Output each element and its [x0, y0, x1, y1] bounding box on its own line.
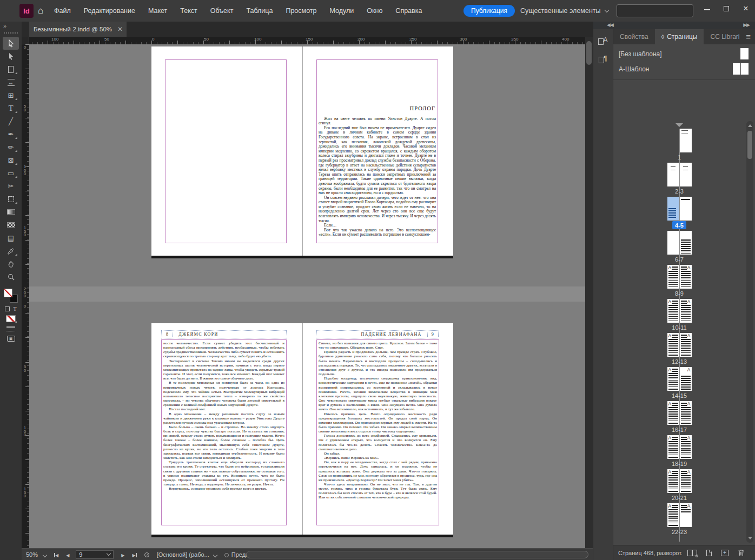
- spread-item-2-3[interactable]: 2-3: [667, 163, 692, 195]
- formatting-text-icon[interactable]: T: [13, 306, 16, 312]
- master-a-row[interactable]: А-Шаблон: [613, 62, 755, 76]
- home-icon[interactable]: ⌂: [38, 5, 43, 17]
- frame-tool-icon[interactable]: ⊠: [3, 154, 19, 166]
- page-thumbnail[interactable]: [680, 163, 692, 186]
- page-thumbnail[interactable]: [667, 435, 679, 459]
- toolbar-header[interactable]: »: [0, 22, 22, 37]
- spread-view-eye-icon[interactable]: [687, 550, 697, 556]
- page-thumbnail[interactable]: [680, 401, 692, 425]
- fill-stroke-swatches[interactable]: [4, 289, 18, 303]
- page-number-field[interactable]: [76, 550, 114, 559]
- expand-toolbar-icon[interactable]: »: [3, 23, 6, 29]
- menu-layout[interactable]: Макет: [148, 7, 167, 15]
- master-none-row[interactable]: [Без шаблона]: [613, 46, 755, 61]
- expand-dock-icon[interactable]: ▶▶: [743, 22, 750, 28]
- menu-plugins[interactable]: Модули: [330, 7, 354, 15]
- direct-selection-tool-icon[interactable]: [3, 50, 19, 63]
- document-canvas[interactable]: ПРОЛОГ Жил на свете человек по имени Уин…: [29, 44, 585, 548]
- spread-item-14-15[interactable]: 14-15: [667, 367, 692, 399]
- line-tool-icon[interactable]: ╱: [3, 115, 19, 128]
- active-layer-select[interactable]: [Основной] (рабо...: [157, 551, 209, 558]
- free-transform-tool-icon[interactable]: [3, 192, 19, 205]
- tab-close-icon[interactable]: ✕: [117, 25, 123, 33]
- page-thumbnail[interactable]: [667, 265, 679, 289]
- empty-text-frame-page4[interactable]: [165, 59, 287, 243]
- document-tab[interactable]: Безымянный-2.indd @ 50% ✕: [29, 22, 127, 37]
- maximize-icon[interactable]: [723, 5, 730, 13]
- new-page-icon[interactable]: [706, 550, 712, 556]
- publish-button[interactable]: Публикация: [463, 5, 515, 17]
- formatting-container-icon[interactable]: [5, 306, 10, 311]
- gradient-tool-icon[interactable]: [3, 205, 19, 218]
- vertical-ruler[interactable]: 0 50 100 150 200 0 50 100 150: [22, 44, 29, 548]
- page-thumbnail[interactable]: [667, 469, 679, 493]
- selection-tool-icon[interactable]: [3, 37, 19, 50]
- page-thumbnail[interactable]: [680, 333, 692, 357]
- page-thumbnail[interactable]: [667, 163, 679, 186]
- running-head-page9[interactable]: ПАДЕНИЕ ЛЕВИАФАНА 9: [316, 330, 439, 338]
- menu-help[interactable]: Справка: [395, 7, 422, 15]
- page-thumbnail[interactable]: [667, 231, 679, 255]
- preflight-status-icon[interactable]: [144, 551, 149, 558]
- add-page-icon[interactable]: +: [721, 550, 728, 556]
- first-page-button[interactable]: ◀: [54, 551, 58, 558]
- apply-none-button[interactable]: [6, 315, 16, 322]
- scroll-down-icon[interactable]: [748, 537, 752, 539]
- search-input[interactable]: [617, 5, 693, 17]
- pencil-tool-icon[interactable]: ✏: [3, 141, 19, 154]
- page-thumbnail[interactable]: [680, 469, 692, 493]
- zoom-tool-icon[interactable]: [3, 270, 19, 283]
- panel-scrollbar-thumb[interactable]: [747, 131, 752, 159]
- content-collector-tool-icon[interactable]: ⊞: [3, 89, 19, 102]
- spread-item-10-11[interactable]: 10-11: [667, 299, 692, 331]
- menu-object[interactable]: Объект: [210, 7, 234, 15]
- tab-cc-libraries[interactable]: CC Librari: [704, 29, 746, 44]
- collapse-dock-icon[interactable]: ◀◀: [607, 22, 613, 28]
- gap-tool-icon[interactable]: ↔: [3, 76, 19, 89]
- panel-menu-icon[interactable]: ≡: [746, 32, 751, 41]
- type-tool-icon[interactable]: T: [3, 102, 19, 115]
- last-page-button[interactable]: ▶: [133, 551, 137, 558]
- spread-item-4-5-selected[interactable]: 4-5: [667, 197, 692, 229]
- menu-file[interactable]: Файл: [54, 7, 71, 15]
- text-frame-page8[interactable]: ности человечество. Если сумеет убедить …: [161, 339, 287, 525]
- page-thumbnail[interactable]: [667, 333, 679, 357]
- trash-icon[interactable]: [738, 549, 745, 557]
- hand-tool-icon[interactable]: [3, 257, 19, 270]
- spread-item-18-19[interactable]: 18-19: [667, 435, 692, 468]
- minimize-icon[interactable]: [703, 5, 711, 13]
- indesign-logo-icon[interactable]: Id: [19, 4, 34, 18]
- running-head-page8[interactable]: 8 ДЖЕЙМС КОРИ: [161, 330, 287, 338]
- scissors-tool-icon[interactable]: ✂: [3, 179, 19, 192]
- scroll-up-icon[interactable]: [748, 124, 752, 127]
- page-thumbnail[interactable]: [667, 367, 679, 391]
- gradient-feather-tool-icon[interactable]: [3, 218, 19, 231]
- fill-swatch-none[interactable]: [4, 289, 12, 297]
- spread-item-1[interactable]: 1: [667, 129, 692, 161]
- spread-item-12-13[interactable]: 12-13: [667, 333, 692, 365]
- next-page-button[interactable]: ▶: [121, 551, 124, 558]
- page-number-input[interactable]: [76, 551, 107, 558]
- page-thumbnail[interactable]: [680, 299, 692, 323]
- page-thumbnail[interactable]: [680, 129, 692, 152]
- vertical-scrollbar-thumb[interactable]: [586, 41, 592, 65]
- menu-type[interactable]: Текст: [180, 7, 197, 15]
- spread-item-16-17[interactable]: 16-17: [667, 401, 692, 434]
- zoom-level-select[interactable]: 50%: [26, 551, 38, 558]
- page-thumbnail-selected[interactable]: [667, 197, 679, 221]
- page-thumbnail[interactable]: [680, 197, 692, 221]
- tab-pages[interactable]: ◊ Страницы: [655, 29, 704, 44]
- vertical-scrollbar[interactable]: [585, 37, 593, 548]
- tab-properties[interactable]: Свойства: [613, 29, 655, 44]
- search-box[interactable]: [617, 4, 693, 17]
- page-thumbnail[interactable]: [667, 401, 679, 425]
- note-tool-icon[interactable]: ▤: [3, 231, 19, 244]
- horizontal-ruler[interactable]: 100 50 0 50 100 150 200 250 300 350 400: [22, 37, 585, 44]
- eyedropper-tool-icon[interactable]: [3, 244, 19, 257]
- text-frame-page9[interactable]: Синева, но без названия для синего цвета…: [316, 339, 439, 525]
- page-thumbnail[interactable]: [680, 231, 692, 255]
- glyphs-panel-icon[interactable]: A: [595, 32, 611, 48]
- horizontal-scrollbar[interactable]: [246, 551, 588, 558]
- rectangle-tool-icon[interactable]: ▭: [3, 166, 19, 179]
- spread-8-9[interactable]: 8 ДЖЕЙМС КОРИ ности человечество. Если с…: [151, 323, 453, 537]
